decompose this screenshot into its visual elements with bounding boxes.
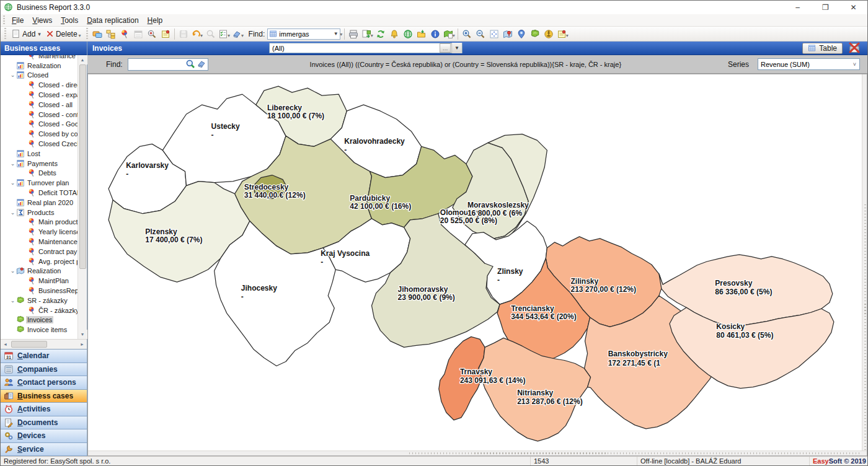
refresh-icon[interactable] xyxy=(374,28,388,40)
scrollbar-thumb[interactable] xyxy=(11,341,47,348)
nav-business-cases[interactable]: Business cases xyxy=(1,390,87,403)
menu-item-views[interactable]: Views xyxy=(28,15,56,26)
zoom-fit-icon[interactable] xyxy=(487,28,501,40)
find-combobox[interactable]: immergas▼ xyxy=(267,29,340,40)
scroll-up-arrow[interactable]: ▲ xyxy=(78,55,87,64)
horizontal-splitter[interactable] xyxy=(88,451,867,455)
tree-item-mainenance-[interactable]: Mainenance + xyxy=(1,55,78,61)
undo-icon[interactable]: ▾ xyxy=(190,28,204,40)
expander-icon[interactable]: ⌄ xyxy=(9,297,16,304)
delete-button[interactable]: Delete▾ xyxy=(43,29,84,40)
tree-item-closed-google[interactable]: Closed - Google xyxy=(1,120,78,130)
nav-calendar[interactable]: 31 Calendar xyxy=(1,350,87,363)
menu-item-tools[interactable]: Tools xyxy=(56,15,82,26)
tree-item-sr-z-kazky[interactable]: ⌄ SR - zákazky xyxy=(1,296,78,306)
map-export-icon[interactable]: ▾ xyxy=(442,28,456,40)
scroll-down-arrow[interactable]: ▼ xyxy=(78,330,87,339)
search-input[interactable] xyxy=(128,59,185,69)
tree-item-closed[interactable]: ⌄ Closed xyxy=(1,71,78,81)
minimize-button[interactable]: – xyxy=(784,1,812,14)
tree-item-businessreport[interactable]: BusinessReport xyxy=(1,286,78,296)
notes-icon[interactable]: ▾ xyxy=(556,28,569,40)
zoom-out-icon[interactable] xyxy=(474,28,487,40)
nav-service[interactable]: Service xyxy=(1,443,87,457)
tree-item-maintenance[interactable]: Maintenance xyxy=(1,237,78,247)
filter-dropdown-button[interactable]: ▼ xyxy=(451,43,462,53)
import-folder-icon[interactable] xyxy=(415,28,428,40)
map-marker-icon[interactable] xyxy=(501,28,515,40)
clear-search-icon[interactable] xyxy=(197,59,208,70)
tree-item-maintplan[interactable]: MaintPlan xyxy=(1,276,78,286)
tree-item--r-z-kazky[interactable]: ČR - zákazky xyxy=(1,306,78,315)
expander-icon[interactable]: ⌄ xyxy=(9,268,16,274)
regions-map[interactable]: KarlovarskyUsteckyLibereckyKralovohradec… xyxy=(93,77,864,450)
note-icon[interactable] xyxy=(159,28,172,40)
tree-item-invoice-items[interactable]: Invoice items xyxy=(1,325,78,335)
calendar-icon[interactable] xyxy=(131,28,145,40)
nav-documents[interactable]: Documents xyxy=(1,416,87,430)
tree-item-main-products[interactable]: Main products xyxy=(1,218,78,227)
tree-item-real-plan-2020[interactable]: Real plan 2020 xyxy=(1,198,78,208)
search-icon[interactable] xyxy=(185,59,197,70)
save-icon[interactable] xyxy=(177,28,190,40)
maximize-button[interactable]: ❐ xyxy=(812,1,839,14)
link-card-icon[interactable] xyxy=(91,28,104,40)
tree-item-closed-by-coun[interactable]: Closed by coun xyxy=(1,129,78,139)
scrollbar-thumb[interactable] xyxy=(79,64,86,269)
add-button[interactable]: Add▾ xyxy=(9,28,43,40)
nav-contact-persons[interactable]: Contact persons xyxy=(1,376,87,390)
info-icon[interactable] xyxy=(428,28,442,40)
tree-item-avg-project-pr[interactable]: Avg. project pr xyxy=(1,257,78,266)
nav-companies[interactable]: Companies xyxy=(1,363,87,377)
filter-ellipsis-button[interactable]: … xyxy=(440,43,451,53)
checklist-icon[interactable]: ▾ xyxy=(218,28,231,40)
filter-combobox[interactable]: (All) … ▼ xyxy=(269,43,463,53)
eraser-icon[interactable]: ▾ xyxy=(231,28,245,40)
nav-devices[interactable]: Devices xyxy=(1,429,87,443)
tree-item-realization[interactable]: ⌄ Realization xyxy=(1,266,78,276)
tree-item-products[interactable]: ⌄ Products xyxy=(1,208,78,218)
close-button[interactable]: ✕ xyxy=(839,1,867,14)
tree-item-closed-contra[interactable]: Closed - contra xyxy=(1,110,78,120)
search-icon[interactable] xyxy=(204,28,218,40)
tree-vertical-scrollbar[interactable]: ▲ ▼ xyxy=(78,55,87,339)
tree-item-contract-pay[interactable]: Contract pay xyxy=(1,247,78,257)
expander-icon[interactable]: ⌄ xyxy=(9,209,16,216)
expander-icon[interactable]: ⌄ xyxy=(9,180,16,186)
tree-item-invoices[interactable]: Invoices xyxy=(1,315,78,325)
scroll-right-arrow[interactable]: ► xyxy=(78,340,87,349)
balloon-pin-icon[interactable] xyxy=(515,28,528,40)
tree-item-realization[interactable]: Realization xyxy=(1,61,78,71)
tree-horizontal-scrollbar[interactable]: ◄ ► xyxy=(1,339,87,349)
print-icon[interactable] xyxy=(347,28,360,40)
tree-item-closed-expan[interactable]: Closed - expan xyxy=(1,90,78,100)
tree-item-deficit-total[interactable]: Deficit TOTAL xyxy=(1,188,78,198)
zoom-in-icon[interactable] xyxy=(460,28,474,40)
tree-view-icon[interactable] xyxy=(104,28,118,40)
vertical-splitter[interactable] xyxy=(862,74,867,451)
expander-icon[interactable]: ⌄ xyxy=(9,72,16,78)
tree-item-closed-direct[interactable]: Closed - direct xyxy=(1,80,78,90)
anchor-icon[interactable] xyxy=(542,28,556,40)
scroll-left-arrow[interactable]: ◄ xyxy=(1,340,10,349)
table-view-button[interactable]: Table xyxy=(802,43,843,54)
globe-icon[interactable] xyxy=(401,28,415,40)
menu-item-help[interactable]: Help xyxy=(143,15,167,26)
pushpin-icon[interactable] xyxy=(118,28,131,40)
tree-item-debts[interactable]: Debts xyxy=(1,169,78,178)
map-region-icon[interactable] xyxy=(528,28,542,40)
tree-item-yearly-licenses[interactable]: Yearly licenses xyxy=(1,227,78,237)
tree-item-closed-czech[interactable]: Closed Czech xyxy=(1,139,78,149)
tree-item-lost[interactable]: Lost xyxy=(1,149,78,159)
expander-icon[interactable]: ⌄ xyxy=(9,160,16,167)
tree-item-closed-all[interactable]: Closed - all xyxy=(1,100,78,110)
export-icon[interactable]: ▾ xyxy=(360,28,374,40)
zoom-search-icon[interactable] xyxy=(145,28,159,40)
close-print-view-icon[interactable] xyxy=(849,42,865,55)
series-select[interactable]: Revenue (SUM) ˅ xyxy=(758,58,860,70)
alarm-icon[interactable] xyxy=(388,28,401,40)
tree-item-turnover-plan[interactable]: ⌄ Turnover plan xyxy=(1,178,78,188)
nav-activities[interactable]: Activities xyxy=(1,403,87,416)
menu-item-data-replication[interactable]: Data replication xyxy=(82,15,143,26)
menu-item-file[interactable]: File xyxy=(7,15,28,26)
